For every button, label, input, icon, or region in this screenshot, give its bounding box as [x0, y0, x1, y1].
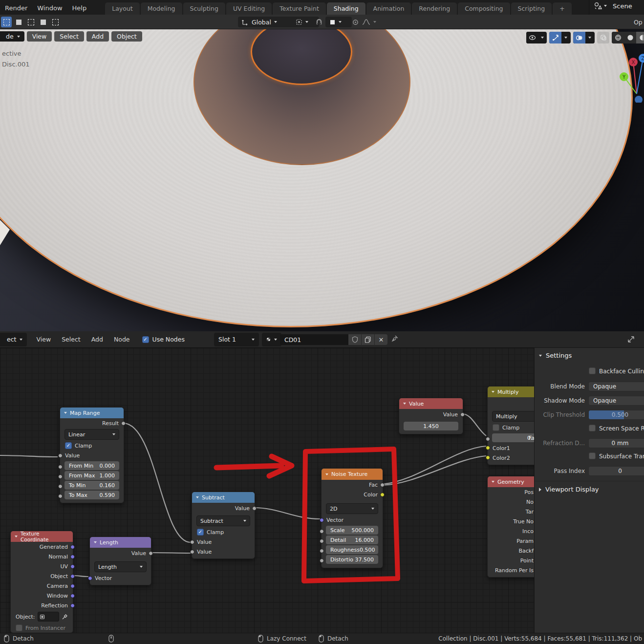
tool-select-circle-button[interactable] — [25, 17, 36, 27]
node-value[interactable]: Value Value 1.450 — [399, 398, 463, 434]
viewport-menu-view[interactable]: View — [27, 31, 52, 42]
input-socket[interactable] — [58, 474, 63, 479]
dimensions-dropdown[interactable]: 2D — [326, 503, 378, 514]
collapse-icon[interactable] — [196, 496, 199, 498]
node-texture-coordinate[interactable]: Texture Coordinate Generated Normal UV O… — [10, 531, 73, 633]
input-socket[interactable] — [190, 550, 194, 554]
tab-rendering[interactable]: Rendering — [412, 2, 457, 15]
input-socket[interactable] — [320, 549, 324, 553]
tab-texture-paint[interactable]: Texture Paint — [273, 2, 326, 15]
tab-add-workspace[interactable]: + — [553, 2, 571, 15]
tab-modeling[interactable]: Modeling — [141, 2, 182, 15]
viewport-menu-object[interactable]: Object — [111, 31, 142, 42]
gizmos-dropdown[interactable] — [549, 32, 571, 43]
tool-cursor-button[interactable] — [50, 17, 61, 27]
snap-toggle[interactable] — [315, 17, 323, 27]
input-socket[interactable] — [320, 529, 324, 534]
node-canvas[interactable]: Map Range Result Linear ✓ Clamp Value — [0, 348, 644, 633]
settings-section-header[interactable]: Settings — [539, 352, 572, 359]
overlays-dropdown[interactable] — [573, 32, 595, 43]
tool-select-lasso-button[interactable] — [38, 17, 48, 27]
node-noise-texture[interactable]: Noise Texture Fac Color 2D Vector Scale5… — [321, 468, 383, 568]
node-header[interactable]: Texture Coordinate — [11, 531, 73, 542]
mode-dropdown[interactable]: de — [0, 31, 24, 42]
menu-window[interactable]: Window — [32, 1, 67, 15]
input-socket[interactable] — [320, 558, 324, 563]
node-header[interactable]: Subtract — [192, 492, 255, 503]
collapse-icon[interactable] — [325, 473, 328, 475]
collapse-icon[interactable] — [403, 403, 406, 405]
value-slider[interactable]: Roughness0.500 — [326, 545, 378, 554]
collapse-icon[interactable] — [94, 541, 97, 543]
input-socket[interactable] — [486, 455, 490, 460]
input-socket[interactable] — [58, 484, 63, 489]
node-geometry[interactable]: Geometry Pos No Tar True No Inco Param B… — [487, 476, 541, 578]
value-field[interactable]: To Min0.160 — [64, 481, 119, 490]
vector-operation-dropdown[interactable]: Length — [94, 561, 147, 572]
pass-index-field[interactable]: 0 — [588, 466, 644, 476]
node-length[interactable]: Length Value Length Vector — [89, 537, 151, 585]
value-field[interactable]: 1.450 — [404, 422, 458, 430]
value-field[interactable]: To Max0.590 — [64, 491, 119, 499]
value-field[interactable]: Distortio37.500 — [326, 555, 378, 564]
node-menu-select[interactable]: Select — [56, 336, 86, 343]
node-header[interactable]: Noise Texture — [322, 469, 383, 480]
output-socket[interactable] — [70, 545, 75, 549]
input-socket[interactable] — [58, 494, 63, 498]
navigation-gizmo[interactable]: X Z Y — [613, 49, 644, 103]
clamp-checkbox[interactable]: ✓ — [65, 442, 72, 449]
refraction-depth-field[interactable]: 0 mm — [588, 438, 644, 448]
value-field[interactable]: From Max1.000 — [64, 471, 119, 480]
fake-user-button[interactable] — [348, 334, 361, 345]
tab-sculpting[interactable]: Sculpting — [183, 2, 225, 15]
node-header[interactable]: Length — [90, 537, 151, 548]
output-socket[interactable] — [252, 506, 257, 511]
input-socket[interactable] — [190, 540, 194, 544]
tab-shading[interactable]: Shading — [327, 2, 365, 15]
material-name-field[interactable]: CD01 — [280, 334, 348, 345]
clamp-checkbox[interactable]: ✓ — [197, 529, 204, 536]
tab-uv-editing[interactable]: UV Editing — [226, 2, 272, 15]
output-socket[interactable] — [70, 603, 75, 608]
viewport-display-section-header[interactable]: Viewport Display — [539, 486, 599, 493]
viewport-3d[interactable]: de View Select Add Object ective Disc.00… — [0, 29, 644, 331]
material-browse-dropdown[interactable] — [262, 333, 281, 346]
material-preview-button[interactable] — [636, 32, 644, 43]
ssr-checkbox[interactable] — [589, 425, 596, 431]
collapse-icon[interactable] — [15, 536, 18, 537]
node-map-range[interactable]: Map Range Result Linear ✓ Clamp Value — [60, 407, 124, 503]
clip-threshold-slider[interactable]: 0.500 — [588, 410, 644, 420]
input-socket[interactable] — [320, 518, 324, 522]
tab-animation[interactable]: Animation — [366, 2, 411, 15]
node-menu-view[interactable]: View — [31, 336, 56, 343]
input-socket[interactable] — [88, 576, 92, 580]
output-socket[interactable] — [149, 551, 153, 556]
new-material-button[interactable] — [362, 334, 374, 345]
node-menu-node[interactable]: Node — [108, 336, 135, 343]
value-field[interactable]: Detail16.000 — [326, 536, 378, 544]
output-socket[interactable] — [70, 594, 75, 598]
pin-button[interactable] — [391, 335, 399, 344]
tab-layout[interactable]: Layout — [105, 2, 140, 15]
output-socket[interactable] — [460, 412, 465, 417]
shader-type-dropdown[interactable]: ect — [0, 333, 27, 346]
wireframe-shading-button[interactable] — [612, 32, 624, 43]
interpolation-dropdown[interactable]: Linear — [64, 429, 119, 440]
collapse-icon[interactable] — [64, 412, 67, 414]
input-socket[interactable] — [486, 437, 490, 441]
shadow-mode-dropdown[interactable]: Opaque — [588, 396, 644, 406]
xray-toggle[interactable] — [597, 32, 609, 43]
collapse-icon[interactable] — [492, 481, 494, 483]
node-header[interactable]: Value — [399, 398, 463, 409]
value-field[interactable]: Scale500.000 — [326, 526, 378, 535]
eyedropper-icon[interactable] — [62, 614, 68, 620]
material-slot-dropdown[interactable]: Slot 1 — [214, 333, 259, 346]
output-socket[interactable] — [70, 555, 75, 559]
input-socket[interactable] — [58, 465, 63, 469]
scene-selector[interactable]: Scene — [593, 1, 632, 10]
viewport-menu-add[interactable]: Add — [86, 31, 109, 42]
clamp-checkbox[interactable] — [493, 424, 499, 431]
transform-orientation-dropdown[interactable]: Global — [238, 17, 297, 27]
input-socket[interactable] — [486, 446, 490, 450]
tool-select-box-button[interactable] — [13, 17, 24, 27]
